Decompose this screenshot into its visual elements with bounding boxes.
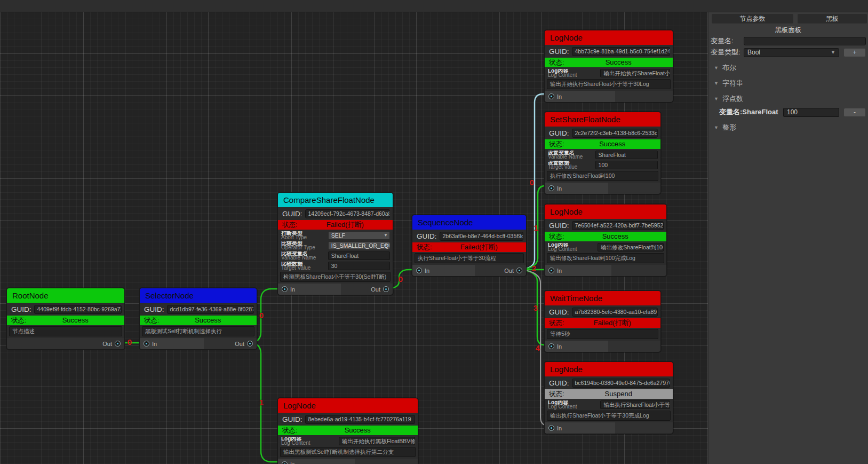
node-sequence[interactable]: SequenceNodeGUID:2b63af0e-b8e7-464d-bcff… (412, 215, 527, 277)
port-icon[interactable] (282, 461, 288, 464)
node-log-top[interactable]: LogNodeGUID:4bb73c9e-81ba-49d1-b5c0-754e… (544, 30, 673, 103)
port-icon[interactable] (115, 341, 121, 347)
guid-value[interactable]: 7e6504ef-a522-420a-bdf7-7be5952f5ac1 (572, 221, 664, 230)
status-label: 状态: (412, 242, 432, 252)
port-icon[interactable] (548, 93, 554, 99)
port-row: InOut (278, 284, 393, 295)
field-input[interactable]: 输出修改ShareFloat到100完成Log (598, 243, 664, 251)
guid-value[interactable]: 4409ef9f-fdcb-4152-80bc-9269a72deb87 (34, 305, 122, 314)
guid-value[interactable]: 4bb73c9e-81ba-49d1-b5c0-754ef1d24fad (572, 47, 670, 56)
port-icon[interactable] (548, 343, 554, 349)
node-selector[interactable]: SelectorNodeGUID:dcd1db97-fe36-4369-a88e… (139, 288, 257, 350)
in-port-label: In (290, 461, 295, 464)
section-bool[interactable]: ▼ 布尔 (714, 63, 868, 73)
tab-node-params[interactable]: 节点参数 (712, 14, 793, 23)
port-icon[interactable] (247, 341, 253, 347)
out-port[interactable]: Out (102, 341, 124, 347)
node-title[interactable]: SelectorNode (140, 288, 257, 303)
field-input[interactable]: 输出开始执行黑板FloatBBV修改值小于30Log (339, 437, 415, 445)
field-input[interactable]: 100 (595, 161, 658, 169)
node-log-bottom[interactable]: LogNodeGUID:8ebede6a-ad19-4135-b4cf-fc77… (277, 398, 418, 464)
description-box[interactable]: 输出修改ShareFloat到100完成Log (547, 253, 664, 263)
description-box[interactable]: 黑板测试Self打断机制选择执行 (142, 326, 254, 336)
in-port[interactable]: In (278, 459, 355, 464)
remove-variable-button[interactable]: - (843, 108, 866, 117)
node-title[interactable]: LogNode (545, 362, 673, 376)
variable-name-input[interactable] (744, 37, 866, 45)
field-input[interactable]: ShareFloat (595, 151, 658, 159)
node-title[interactable]: SequenceNode (412, 215, 526, 230)
add-variable-button[interactable]: + (843, 48, 866, 57)
float-variable-value-input[interactable]: 100 (783, 108, 839, 117)
guid-value[interactable]: 8ebede6a-ad19-4135-b4cf-fc770276a119 (305, 415, 415, 424)
field-input[interactable]: ShareFloat (328, 251, 390, 260)
port-icon[interactable] (282, 286, 288, 292)
guid-value[interactable]: a7b82380-5efc-4380-aa10-efa8988c45b6 (572, 308, 658, 317)
description-box[interactable]: 输出开始执行ShareFloat小于等于30Log (547, 79, 671, 89)
guid-row: GUID:2c2e72f2-c3eb-4138-b8c6-2533c3098a0… (545, 128, 660, 138)
node-title[interactable]: CompareShareFloatNode (278, 193, 393, 207)
in-port[interactable]: In (545, 265, 611, 276)
description-box[interactable]: 输出黑板测试Self打断机制选择执行第二分支 (280, 447, 416, 457)
section-float[interactable]: ▼ 浮点数 (714, 94, 868, 104)
in-port[interactable]: In (545, 422, 615, 434)
description-box[interactable]: 输出执行ShareFloat小于等于30完成Log (547, 411, 671, 421)
node-title[interactable]: LogNode (545, 30, 673, 45)
node-compare[interactable]: CompareShareFloatNodeGUID:14209ecf-792c-… (277, 192, 393, 295)
section-int[interactable]: ▼ 整形 (714, 123, 868, 132)
field-input[interactable]: 输出开始执行ShareFloat小于等于30Log (600, 69, 670, 77)
node-set-sharefloat[interactable]: SetShareFloatNodeGUID:2c2e72f2-c3eb-4138… (544, 112, 661, 194)
field-value: 输出开始执行ShareFloat小于等于30Log (603, 70, 670, 76)
node-log-2[interactable]: LogNodeGUID:7e6504ef-a522-420a-bdf7-7be5… (544, 204, 667, 277)
node-root[interactable]: RootNodeGUID:4409ef9f-fdcb-4152-80bc-926… (6, 288, 125, 350)
out-port[interactable]: Out (235, 341, 257, 347)
guid-value[interactable]: 14209ecf-792c-4673-8487-d60a83f86b6e (305, 209, 390, 218)
node-title[interactable]: LogNode (278, 398, 418, 413)
field-dropdown[interactable]: SELF▼ (328, 231, 390, 240)
edge-selector-log-bottom[interactable] (249, 343, 282, 462)
field-dropdown[interactable]: IS_SMALLER_OR_EQUAL▼ (328, 241, 390, 250)
field-input[interactable]: 30 (328, 262, 390, 270)
graph-canvas[interactable]: RootNodeGUID:4409ef9f-fdcb-4152-80bc-926… (0, 12, 708, 464)
port-icon[interactable] (383, 286, 389, 292)
edge-order-label: 0 (399, 274, 403, 284)
section-string[interactable]: ▼ 字符串 (714, 78, 868, 88)
node-title[interactable]: LogNode (545, 205, 666, 219)
node-log-3[interactable]: LogNodeGUID:bc6194bc-0380-49e0-8475-de6a… (544, 361, 673, 434)
in-port[interactable]: In (545, 91, 615, 102)
port-icon[interactable] (548, 185, 554, 191)
port-icon[interactable] (144, 341, 149, 347)
port-icon[interactable] (416, 268, 422, 273)
section-bool-label: 布尔 (722, 63, 736, 73)
port-icon[interactable] (516, 268, 522, 273)
node-title[interactable]: RootNode (7, 288, 124, 303)
port-icon[interactable] (548, 425, 554, 431)
guid-value[interactable]: bc6194bc-0380-49e0-8475-de6a27976e46 (572, 379, 670, 388)
tab-blackboard[interactable]: 黑板 (798, 14, 867, 23)
guid-value[interactable]: 2c2e72f2-c3eb-4138-b8c6-2533c3098a04 (572, 129, 658, 138)
description-row: 输出修改ShareFloat到100完成Log (547, 253, 664, 263)
guid-label: GUID: (7, 305, 34, 313)
guid-value[interactable]: 2b63af0e-b8e7-464d-bcff-035f9d1e7a2f (440, 232, 523, 241)
variable-type-select[interactable]: Bool ▼ (744, 48, 839, 57)
node-title[interactable]: SetShareFloatNode (545, 112, 660, 127)
port-icon[interactable] (548, 268, 554, 273)
description-row: 黑板测试Self打断机制选择执行 (142, 326, 254, 336)
description-box[interactable]: 执行修改ShareFloat到100 (547, 171, 658, 181)
description-box[interactable]: 节点描述 (9, 326, 122, 336)
field-input[interactable]: 输出执行ShareFloat小于等于30完成Log (600, 400, 670, 409)
in-port[interactable]: In (412, 265, 475, 276)
in-port[interactable]: In (545, 183, 608, 194)
in-port[interactable]: In (140, 338, 204, 349)
out-port[interactable]: Out (504, 268, 526, 274)
description-box[interactable]: 检测黑板ShareFloat小于等于30(Self打断) (280, 272, 391, 282)
description-box[interactable]: 等待5秒 (547, 329, 658, 339)
node-waittime[interactable]: WaitTimeNodeGUID:a7b82380-5efc-4380-aa10… (544, 290, 661, 352)
in-port[interactable]: In (545, 341, 608, 352)
guid-value[interactable]: dcd1db97-fe36-4369-a88e-8f0287c0bafc (167, 305, 254, 314)
edge-order-label: 2 (532, 264, 536, 273)
in-port[interactable]: In (278, 284, 341, 295)
node-title[interactable]: WaitTimeNode (545, 291, 660, 305)
out-port[interactable]: Out (371, 286, 393, 293)
description-box[interactable]: 执行ShareFloat小于等于30流程 (415, 253, 524, 263)
